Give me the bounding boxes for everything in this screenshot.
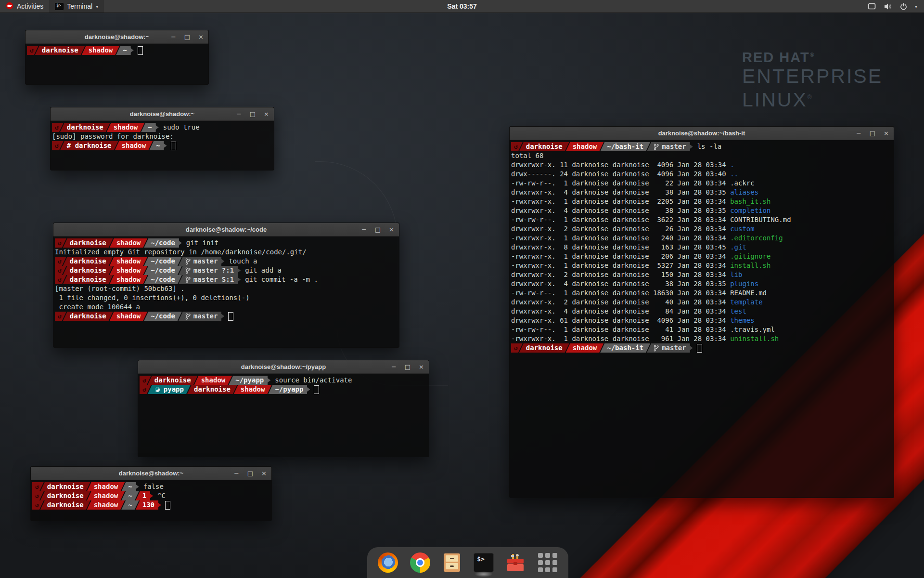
window-title: darknoise@shadow:~/bash-it: [658, 130, 745, 137]
prompt-line: ↺darknoiseshadow~1^C: [32, 491, 270, 500]
terminal-window: darknoise@shadow:~/code−□×↺darknoiseshad…: [53, 223, 399, 348]
file-list-row: drwxrwxr-x. 4 darknoise darknoise 84 Jan…: [511, 307, 892, 316]
git-branch-icon: [185, 276, 191, 283]
maximize-button[interactable]: □: [250, 111, 256, 117]
command-text: source bin/activate: [275, 376, 352, 385]
command-text: ls -la: [697, 142, 722, 151]
file-meta: -rw-rw-r--. 1 darknoise darknoise 41 Jan…: [511, 326, 730, 333]
prompt-segment-user: darknoise: [519, 343, 569, 353]
app-menu[interactable]: $> Terminal ▾: [49, 0, 104, 13]
file-list-row: -rwxrwxr-x. 1 darknoise darknoise 5327 J…: [511, 261, 892, 270]
file-meta: -rw-rw-r--. 1 darknoise darknoise 3622 J…: [511, 216, 730, 223]
file-name: template: [730, 298, 762, 306]
activities-button[interactable]: Activities: [0, 0, 49, 13]
close-button[interactable]: ×: [884, 130, 889, 136]
prompt-line: ↺darknoiseshadow~/bash-itmasterls -la: [511, 142, 892, 151]
files-icon: [442, 552, 462, 573]
window-titlebar[interactable]: darknoise@shadow:~−□×: [26, 30, 208, 44]
window-titlebar[interactable]: darknoise@shadow:~−□×: [31, 467, 271, 480]
distro-swirl-icon: ↺: [58, 257, 62, 266]
window-titlebar[interactable]: darknoise@shadow:~−□×: [51, 107, 274, 121]
redhat-icon: [6, 2, 13, 11]
git-branch-icon: [185, 258, 191, 265]
distro-swirl-icon: ↺: [35, 482, 39, 491]
file-name: themes: [730, 316, 755, 324]
dock-item-toolbox[interactable]: [504, 552, 526, 574]
window-titlebar[interactable]: darknoise@shadow:~/bash-it−□×: [510, 127, 894, 140]
distro-swirl-icon: ↺: [55, 123, 59, 132]
prompt-segment-host: shadow: [110, 257, 148, 266]
minimize-button[interactable]: −: [856, 130, 861, 136]
maximize-button[interactable]: □: [247, 470, 253, 476]
prompt-segment-path: ~/code: [144, 266, 182, 275]
file-list-row: drwxrwxr-x. 2 darknoise darknoise 26 Jan…: [511, 224, 892, 234]
maximize-button[interactable]: □: [405, 364, 411, 370]
file-name: .git: [730, 243, 746, 251]
terminal-window: darknoise@shadow:~−□×↺darknoiseshadow~: [25, 30, 209, 85]
prompt-line: ↺# darknoiseshadow~: [52, 141, 272, 150]
power-icon[interactable]: [900, 3, 907, 10]
terminal-content[interactable]: ↺darknoiseshadow~/pyappsource bin/activa…: [138, 374, 429, 394]
file-meta: drwxrwxr-x. 4 darknoise darknoise 84 Jan…: [511, 307, 730, 315]
file-name: README.md: [730, 289, 767, 297]
maximize-button[interactable]: □: [870, 130, 875, 136]
file-name: install.sh: [730, 262, 770, 269]
distro-swirl-icon: ↺: [58, 275, 62, 284]
minimize-button[interactable]: −: [236, 111, 242, 117]
file-list-row: drwxrwxr-x. 61 darknoise darknoise 4096 …: [511, 316, 892, 325]
terminal-content[interactable]: ↺darknoiseshadow~false↺darknoiseshadow~1…: [31, 480, 271, 510]
maximize-button[interactable]: □: [184, 34, 190, 40]
git-branch-icon: [654, 144, 659, 150]
close-button[interactable]: ×: [198, 34, 204, 40]
command-text: git init: [186, 238, 218, 248]
file-list-row: drwxrwxr-x. 4 darknoise darknoise 38 Jan…: [511, 279, 892, 289]
app-grid-icon: [538, 553, 557, 572]
minimize-button[interactable]: −: [171, 34, 176, 40]
display-icon[interactable]: [868, 3, 876, 10]
terminal-content[interactable]: ↺darknoiseshadow~/codegit initInitialize…: [53, 236, 399, 321]
dock-item-firefox[interactable]: [377, 552, 399, 574]
prompt-segment-host: shadow: [110, 266, 148, 275]
prompt-segment-user: darknoise: [63, 266, 113, 275]
maximize-button[interactable]: □: [375, 226, 381, 233]
close-button[interactable]: ×: [419, 364, 424, 370]
prompt-segment-path: ~/code: [144, 312, 182, 321]
minimize-button[interactable]: −: [391, 364, 397, 370]
close-button[interactable]: ×: [389, 226, 394, 233]
prompt-segment-git: master: [179, 312, 222, 321]
minimize-button[interactable]: −: [234, 470, 239, 476]
volume-icon[interactable]: [884, 3, 892, 10]
clock[interactable]: Sat 03:57: [442, 0, 481, 13]
dock-item-app-grid[interactable]: [537, 552, 559, 574]
chevron-down-icon[interactable]: ▾: [915, 4, 917, 9]
terminal-content[interactable]: ↺darknoiseshadow~sudo true[sudo] passwor…: [51, 121, 274, 150]
file-name: aliases: [730, 188, 758, 196]
terminal-content[interactable]: ↺darknoiseshadow~/bash-itmasterls -latot…: [510, 140, 894, 353]
window-title: darknoise@shadow:~/pyapp: [241, 363, 326, 370]
close-button[interactable]: ×: [261, 470, 267, 476]
file-meta: -rwxrwxr-x. 1 darknoise darknoise 2205 J…: [511, 197, 730, 205]
dock-item-terminal[interactable]: $>: [473, 552, 495, 574]
toolbox-icon: [505, 553, 526, 572]
file-meta: drwxrwxr-x. 4 darknoise darknoise 38 Jan…: [511, 280, 730, 288]
dock-item-files[interactable]: [441, 552, 463, 574]
window-titlebar[interactable]: darknoise@shadow:~/pyapp−□×: [138, 360, 429, 374]
file-name: custom: [730, 225, 755, 233]
dock-item-chrome[interactable]: [409, 552, 431, 574]
prompt-segment-path: ~/code: [144, 275, 182, 284]
prompt-segment-host: shadow: [566, 142, 604, 151]
minimize-button[interactable]: −: [361, 226, 367, 233]
close-button[interactable]: ×: [264, 111, 269, 117]
file-meta: drwxrwxr-x. 8 darknoise darknoise 163 Ja…: [511, 243, 730, 251]
terminal-content[interactable]: ↺darknoiseshadow~: [26, 44, 208, 55]
prompt-segment-host: shadow: [110, 238, 148, 248]
terminal-cursor: [165, 501, 170, 510]
rhel-logo-line3: LINUX®: [742, 87, 883, 110]
terminal-icon: $>: [474, 553, 494, 572]
file-list-row: -rwxrwxr-x. 1 darknoise darknoise 961 Ja…: [511, 334, 892, 343]
dock: $>: [367, 547, 568, 578]
window-titlebar[interactable]: darknoise@shadow:~/code−□×: [53, 223, 399, 236]
terminal-cursor: [228, 312, 233, 321]
prompt-line: ↺darknoiseshadow~/pyappsource bin/activa…: [140, 376, 427, 385]
file-list-row: drwxrwxr-x. 8 darknoise darknoise 163 Ja…: [511, 243, 892, 252]
